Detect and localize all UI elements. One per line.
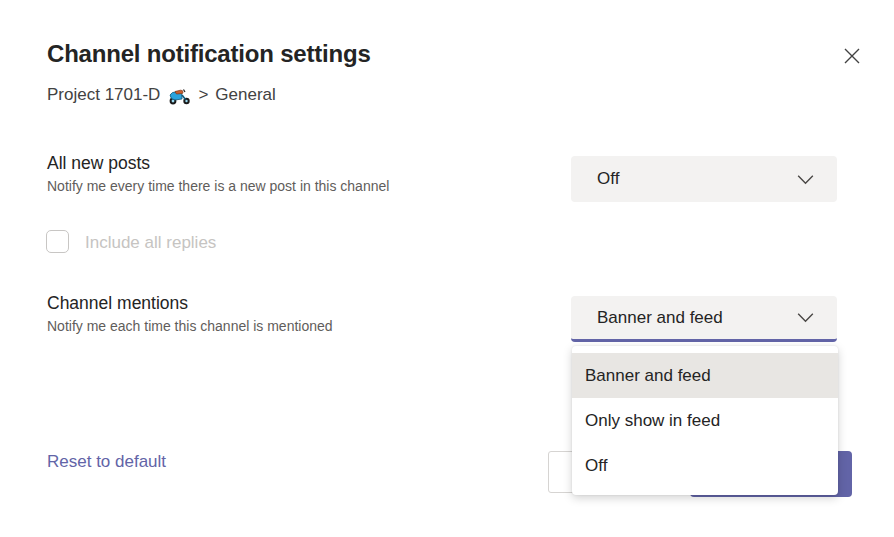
- menu-item-banner-and-feed[interactable]: Banner and feed: [572, 353, 838, 398]
- breadcrumb-team-name: Project 1701-D: [47, 85, 160, 105]
- chevron-down-icon: [796, 174, 815, 185]
- dialog-title: Channel notification settings: [47, 40, 371, 68]
- scooter-emoji-icon: [167, 87, 191, 105]
- include-all-replies-label: Include all replies: [85, 233, 216, 253]
- close-button[interactable]: [838, 42, 866, 70]
- all-new-posts-select-value: Off: [597, 169, 796, 189]
- all-new-posts-select[interactable]: Off: [571, 156, 837, 202]
- reset-to-default-link[interactable]: Reset to default: [47, 452, 166, 472]
- channel-mentions-dropdown-menu: Banner and feed Only show in feed Off: [572, 346, 838, 495]
- breadcrumb-separator: >: [198, 85, 208, 105]
- all-new-posts-label: All new posts: [47, 153, 150, 174]
- breadcrumb-channel-name: General: [215, 85, 275, 105]
- close-icon: [843, 47, 861, 65]
- include-all-replies-checkbox[interactable]: [46, 230, 69, 253]
- menu-item-only-show-in-feed[interactable]: Only show in feed: [572, 398, 838, 443]
- channel-mentions-description: Notify me each time this channel is ment…: [47, 318, 333, 334]
- chevron-down-icon: [796, 312, 815, 323]
- channel-mentions-select[interactable]: Banner and feed: [571, 296, 837, 342]
- menu-item-off[interactable]: Off: [572, 443, 838, 488]
- channel-mentions-label: Channel mentions: [47, 293, 188, 314]
- all-new-posts-description: Notify me every time there is a new post…: [47, 178, 389, 194]
- breadcrumb: Project 1701-D > General: [47, 85, 276, 105]
- channel-mentions-select-value: Banner and feed: [597, 308, 796, 328]
